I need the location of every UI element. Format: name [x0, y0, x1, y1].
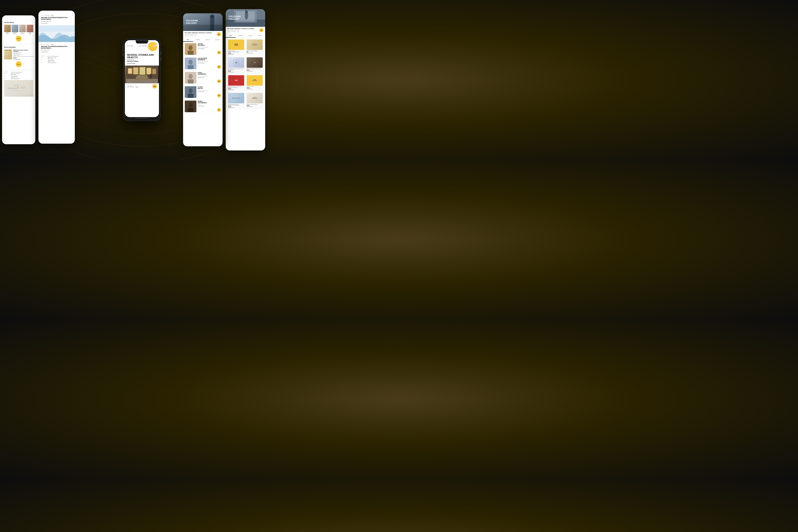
- right-screen-1: Now VOLOSHINGALLERY NOT FUNNY, PERSONAL …: [183, 13, 223, 146]
- now-badge-2: Now: [228, 11, 263, 12]
- tab-souvenirs-2[interactable]: Souvenirs: [255, 34, 265, 38]
- souvenir5-explore[interactable]: EXPLORE MORE →: [228, 90, 244, 90]
- see-all-painters-button[interactable]: SEE ALL: [16, 36, 22, 42]
- event-location: Kyiv, Tereshchenkivska str. 11A: [185, 34, 221, 35]
- volume-button-2[interactable]: [160, 57, 162, 61]
- souvenir-card-6[interactable]: ДУМАЙЯК МИТЕЦЬ Think like an artist... $…: [246, 74, 264, 92]
- save-button[interactable]: SAVE: [217, 32, 221, 36]
- painter2-explore[interactable]: EXPLORE MORE →: [197, 62, 221, 63]
- gallery-tabs: About Exibitions Painters Souvenirs: [183, 38, 223, 42]
- volume-up-button[interactable]: [122, 49, 123, 52]
- tab-painters[interactable]: Painters: [203, 38, 213, 42]
- event-hours: monday — friday 11am — 6pm: [185, 35, 221, 36]
- exhibition2-date: 28.02 - 31.03.2020: [41, 44, 50, 45]
- painter3-explore[interactable]: EXPLORE MORE →: [197, 77, 221, 78]
- map[interactable]: Мукачево Бессе Voloshyn Gallery: [4, 80, 33, 97]
- now-badge: Now: [186, 15, 220, 16]
- souvenir-item-1[interactable]: PROJECT OF RUINS Nikita Kadan. Project o…: [4, 50, 33, 60]
- souvenir-card-3[interactable]: Permanent revolution. Art of Ukraine of …: [227, 57, 245, 74]
- save-painter3[interactable]: SAVE: [217, 79, 221, 83]
- painters-section: PAINTERS ArtemVolokin VolodymyrBudnikov: [2, 15, 35, 44]
- souvenirs-title: SOUVENIRS: [4, 46, 33, 48]
- painter-item-4[interactable]: VladaRalko: [26, 25, 33, 35]
- save-painter2[interactable]: SAVE: [217, 65, 221, 69]
- souvenir2-explore[interactable]: EXPLORE MORE →: [247, 53, 263, 54]
- exhibition1-explore[interactable]: EXPLORE MORE →: [41, 23, 72, 24]
- gallery-name: Voloshin Gallery: [127, 60, 157, 62]
- svg-rect-28: [128, 69, 132, 74]
- tab-about-2[interactable]: About: [226, 34, 236, 38]
- painter3-category: Painting / Contemporary Art...: [197, 75, 221, 76]
- mute-button[interactable]: [122, 46, 123, 48]
- mail-label: MAIL: [4, 78, 10, 79]
- power-button[interactable]: [160, 51, 162, 55]
- phone-notch: [136, 40, 148, 44]
- tab-about[interactable]: About: [183, 38, 193, 42]
- souvenir-card-4[interactable]: 365 Antry Ilustrv: Paintings, videos, ob…: [246, 57, 264, 74]
- painter1-name: ARTEMVOLOITIN: [197, 43, 221, 46]
- painter-card-5: MARIASULYMENKO Painting EXPLORE MORE → S…: [183, 99, 223, 114]
- home-indicator[interactable]: [135, 118, 149, 119]
- exhibition2-explore[interactable]: EXPLORE MORE →: [41, 52, 72, 53]
- souvenir4-price: $14,90: [247, 70, 263, 71]
- tab-souvenirs[interactable]: Souvenirs: [213, 38, 223, 42]
- painter4-explore[interactable]: EXPLORE MORE →: [197, 91, 221, 92]
- save-painter1[interactable]: SAVE: [217, 51, 221, 54]
- painter-item-3[interactable]: LesiaKhomenko: [19, 25, 26, 35]
- souvenir1-explore[interactable]: EXPLORE MORE →: [228, 54, 244, 55]
- left-screen-1: PAINTERS ArtemVolokin VolodymyrBudnikov: [2, 15, 35, 144]
- svg-rect-50: [188, 65, 193, 69]
- souvenir8-explore[interactable]: EXPLORE MORE →: [247, 107, 263, 107]
- gallery-title-2: VOLOSHINGALLERY: [228, 12, 263, 20]
- souvenir-card-5[interactable]: 365 365. A book for every day to give th…: [227, 74, 245, 92]
- souvenirs-grid: МИТЦІАКТАХ 33 Artists in 3 Acts Gallery …: [226, 38, 265, 110]
- save-button-2[interactable]: SAVE: [259, 28, 264, 32]
- tab-exhibitions[interactable]: Exibitions: [193, 38, 203, 42]
- painter-name-4: VladaRalko: [29, 33, 31, 35]
- souvenir2-title: Gallery of adventurer Arthuza: [247, 51, 263, 52]
- painter5-explore[interactable]: EXPLORE MORE →: [197, 106, 221, 107]
- souvenir-explore-1[interactable]: EXPLORE MORE →: [13, 59, 33, 60]
- souvenir6-explore[interactable]: EXPLORE MORE →: [247, 89, 263, 90]
- souvenir-card-1[interactable]: МИТЦІАКТАХ 33 Artists in 3 Acts Gallery …: [227, 39, 245, 56]
- open-value: Wednesday — Sunday11:00 — 18:00: [11, 73, 19, 75]
- explore-more-button[interactable]: EXPLORE MORE →: [127, 63, 157, 64]
- svg-point-49: [189, 60, 193, 64]
- event-card: NOT FUNNY, PERSONAL VISTAVKA ILLI ISUPOV…: [183, 31, 223, 38]
- souvenir7-explore[interactable]: EXPLORE MORE →: [228, 108, 244, 108]
- gallery-tabs-2: About Exibitions Painters Souvenirs: [226, 34, 265, 38]
- svg-text:Бессе: Бессе: [8, 86, 10, 87]
- painter5-category: Painting: [197, 104, 221, 105]
- souvenir4-explore[interactable]: EXPLORE MORE →: [247, 71, 263, 72]
- painter-item-1[interactable]: ArtemVolokin: [4, 25, 11, 35]
- save-painter5[interactable]: SAVE: [217, 108, 221, 112]
- exhibition2-title: ARCHIVE OF RANDOM RENDEZVOUS. DEPARTMENT…: [41, 46, 72, 49]
- souvenir3-explore[interactable]: EXPLORE MORE →: [228, 72, 244, 73]
- painter2-name: VOLODYMYRBUDNIKOV: [197, 58, 221, 61]
- see-all-souvenirs-button[interactable]: SEE ALL: [16, 61, 22, 67]
- svg-rect-56: [188, 94, 193, 98]
- svg-point-52: [189, 74, 193, 79]
- svg-point-18: [17, 87, 18, 88]
- event-hours-2: monday — friday 11am — 6pm: [227, 31, 264, 32]
- painter-card-4: VLADARALKO Painting / Contemporary Art E…: [183, 85, 223, 99]
- tab-painters-2[interactable]: Painters: [245, 34, 255, 38]
- painter1-explore[interactable]: EXPLORE MORE →: [197, 48, 221, 49]
- save-painter4[interactable]: SAVE: [217, 94, 221, 97]
- painter-item-2[interactable]: VolodymyrBudnikov: [12, 25, 18, 35]
- s2-location-value: Київ, вул. Терещенківська 13: [48, 56, 59, 57]
- souvenir-price-1: $14.90: [13, 57, 33, 59]
- volume-down-button[interactable]: [122, 53, 123, 56]
- right-screen-2: Now VOLOSHINGALLERY NOT FUNNY, PERSONAL …: [226, 9, 265, 150]
- souvenir-card-7[interactable]: Українське мистецтво Ukrainian artists: …: [227, 92, 245, 109]
- souvenir-card-2[interactable]: ЗАМКА НАМИСТЕЦТВО Gallery of adventurer …: [246, 39, 264, 56]
- souvenir-card-8[interactable]: ГАЛЕРЕЯПРОЙДИСВІТІВ Gallery of adventure…: [246, 92, 264, 109]
- gallery-image: [125, 66, 159, 83]
- s2-tell-value: +380 44 234 14 27+380 67 467 00 07: [48, 60, 54, 62]
- s2-tell-label: TELL: [41, 60, 47, 62]
- souvenir-title-1: Nikita Kadan. Project of Ruins Catalogue: [13, 50, 33, 52]
- join-button[interactable]: JOIN: [152, 84, 157, 89]
- s2-mail-label: MAIL: [41, 62, 47, 63]
- tab-exhibitions-2[interactable]: Exibitions: [236, 34, 246, 38]
- souvenir6-title: Think like an artist...: [247, 86, 263, 87]
